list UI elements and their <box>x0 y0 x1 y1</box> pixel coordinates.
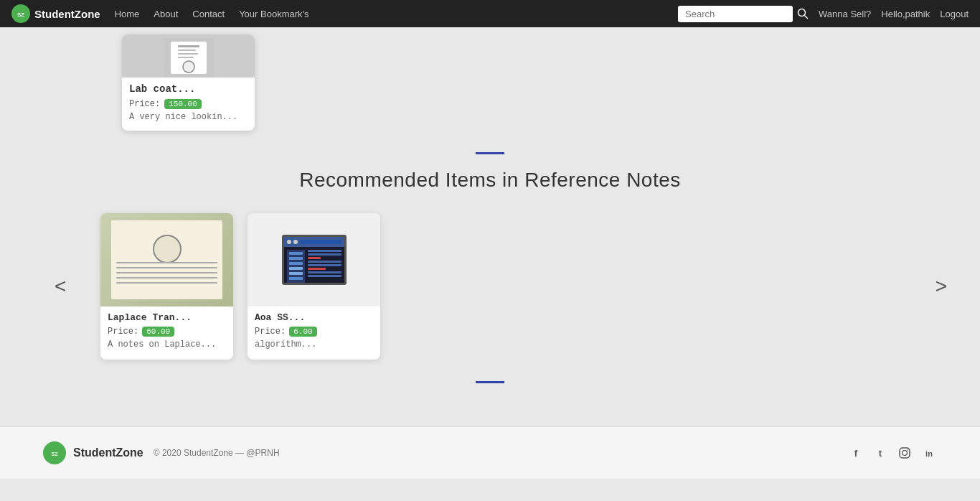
partial-card-title: Lab coat... <box>122 78 255 98</box>
card-1-price: Price: 60.00 <box>100 325 233 338</box>
svg-text:in: in <box>925 449 933 458</box>
brand-name: StudentZone <box>34 8 100 20</box>
card-2-price: Price: 6.00 <box>248 325 380 338</box>
nav-contact[interactable]: Contact <box>192 9 225 19</box>
search-button[interactable] <box>797 8 809 19</box>
footer-social-icons: f t in <box>848 445 937 461</box>
screen-top-bar <box>284 237 344 247</box>
partial-card-section: Lab coat... Price: 150.00 A very nice lo… <box>0 34 980 131</box>
carousel-right-button[interactable]: > <box>924 268 958 305</box>
card-1-title: Laplace Tran... <box>100 306 233 325</box>
brand-logo-icon: SZ <box>11 4 30 23</box>
svg-rect-16 <box>900 448 910 458</box>
footer: SZ StudentZone © 2020 StudentZone — @PRN… <box>0 426 980 479</box>
section-divider-bottom <box>476 381 504 383</box>
card-2-desc: algorithm... <box>248 338 380 351</box>
svg-text:t: t <box>879 448 882 459</box>
nav-bookmarks[interactable]: Your Bookmark's <box>239 9 308 19</box>
hello-user[interactable]: Hello,pathik <box>881 9 930 19</box>
nav-about[interactable]: About <box>154 9 178 19</box>
partial-card-price: Price: 150.00 <box>122 98 255 111</box>
card-2-title: Aoa SS... <box>248 306 380 325</box>
svg-point-2 <box>798 9 806 17</box>
card-1-price-label: Price: <box>108 327 138 337</box>
svg-rect-8 <box>178 53 198 55</box>
card-1-desc: A notes on Laplace... <box>100 338 233 351</box>
svg-rect-6 <box>178 45 199 47</box>
svg-text:SZ: SZ <box>17 11 24 18</box>
carousel-left-button[interactable]: < <box>43 268 77 305</box>
partial-card-image <box>122 34 255 78</box>
search-input[interactable] <box>678 6 793 22</box>
logout-link[interactable]: Logout <box>940 9 969 19</box>
section-title: Recommended Items in Reference Notes <box>0 169 980 192</box>
svg-rect-9 <box>178 57 194 58</box>
svg-point-10 <box>183 61 194 72</box>
carousel-wrapper: < Laplace Tran... <box>0 213 980 360</box>
card-2-price-label: Price: <box>255 327 286 337</box>
footer-left: SZ StudentZone © 2020 StudentZone — @PRN… <box>43 441 280 464</box>
card-2-price-badge: 6.00 <box>289 327 316 337</box>
svg-rect-7 <box>178 50 196 51</box>
svg-line-3 <box>805 16 809 19</box>
card-1-image <box>100 213 233 306</box>
partial-price-badge: 150.00 <box>164 99 202 109</box>
wanna-sell-link[interactable]: Wanna Sell? <box>819 9 871 19</box>
twitter-icon[interactable]: t <box>872 445 888 461</box>
linkedin-icon[interactable]: in <box>921 445 937 461</box>
facebook-icon[interactable]: f <box>848 445 864 461</box>
product-card-2[interactable]: Aoa SS... Price: 6.00 algorithm... <box>248 213 380 360</box>
nav-right: Wanna Sell? Hello,pathik Logout <box>819 9 969 19</box>
svg-text:f: f <box>854 448 858 459</box>
navbar: SZ StudentZone Home About Contact Your B… <box>0 0 980 27</box>
footer-brand-name: StudentZone <box>73 446 143 459</box>
instagram-icon[interactable] <box>897 445 913 461</box>
footer-copyright: © 2020 StudentZone — @PRNH <box>154 448 280 458</box>
section-divider-top <box>476 152 504 154</box>
partial-price-label: Price: <box>129 99 160 109</box>
footer-logo-icon: SZ <box>43 441 66 464</box>
svg-point-17 <box>903 451 908 456</box>
svg-point-18 <box>907 449 908 451</box>
cards-container: Laplace Tran... Price: 60.00 A notes on … <box>43 213 937 360</box>
nav-links: Home About Contact Your Bookmark's <box>115 7 678 20</box>
search-bar <box>678 6 809 22</box>
card-1-price-badge: 60.00 <box>142 327 174 337</box>
partial-product-card[interactable]: Lab coat... Price: 150.00 A very nice lo… <box>122 34 255 131</box>
svg-text:SZ: SZ <box>52 451 59 456</box>
product-card-1[interactable]: Laplace Tran... Price: 60.00 A notes on … <box>100 213 233 360</box>
nav-home[interactable]: Home <box>115 9 140 19</box>
card-2-image <box>248 213 380 306</box>
nav-brand[interactable]: SZ StudentZone <box>11 4 100 23</box>
main-content: Lab coat... Price: 150.00 A very nice lo… <box>0 27 980 412</box>
partial-card-desc: A very nice lookin... <box>122 111 255 123</box>
